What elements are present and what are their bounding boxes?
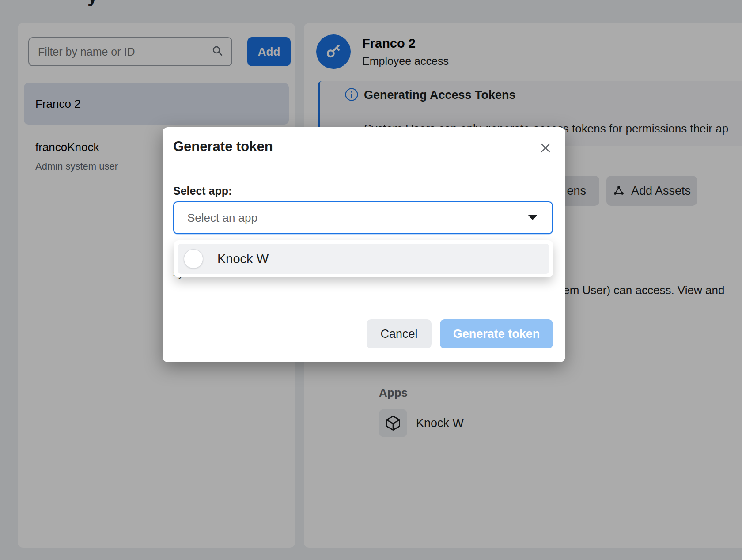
caret-down-icon <box>528 215 537 220</box>
app-options-panel: Knock W <box>174 240 553 277</box>
app-select-dropdown[interactable]: Select an app <box>173 201 553 234</box>
generate-token-dialog: Generate token Select app: system user F… <box>163 127 565 362</box>
dialog-title: Generate token <box>173 139 273 155</box>
cancel-button[interactable]: Cancel <box>367 319 432 348</box>
select-app-label: Select app: <box>173 185 232 197</box>
app-option-label: Knock W <box>217 252 269 266</box>
app-option-knock-w[interactable]: Knock W <box>178 244 549 274</box>
generate-token-button[interactable]: Generate token <box>440 319 553 348</box>
page: y Add Franco 2 francoKnock Admin system … <box>0 0 742 560</box>
app-select-placeholder: Select an app <box>174 211 528 225</box>
close-icon[interactable] <box>538 140 553 155</box>
radio-circle-icon[interactable] <box>184 249 203 269</box>
